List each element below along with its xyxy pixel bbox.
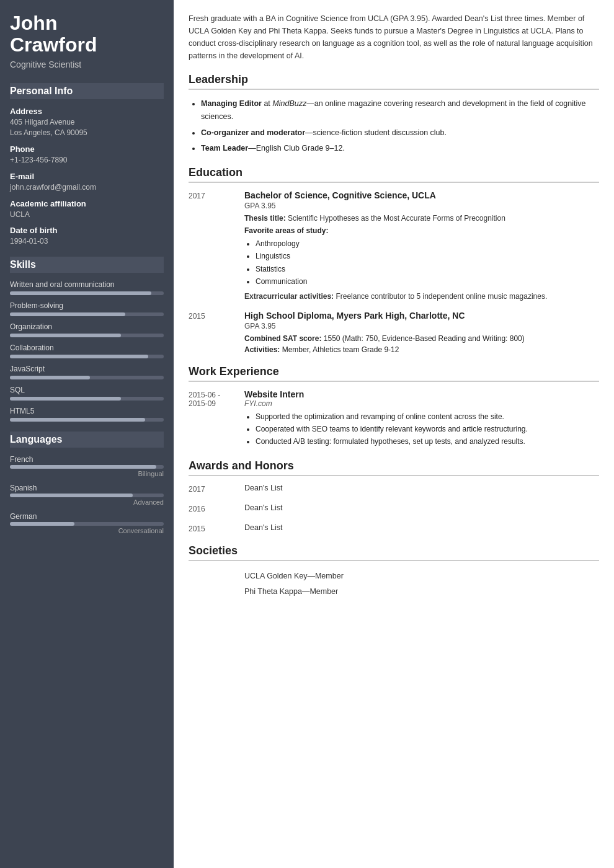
education-section-title: Education — [189, 166, 599, 183]
skill-item: Organization — [10, 322, 164, 337]
dob-label: Date of birth — [10, 226, 164, 235]
work-bullets: Supported the optimization and revamping… — [244, 410, 599, 448]
phone-value: +1-123-456-7890 — [10, 155, 164, 166]
email-value: john.crawford@gmail.com — [10, 182, 164, 193]
education-year: 2015 — [189, 311, 244, 354]
phone-label: Phone — [10, 144, 164, 154]
skill-item: HTML5 — [10, 407, 164, 422]
language-name: German — [10, 512, 164, 521]
education-extra: Extracurricular activities: Freelance co… — [244, 292, 599, 301]
affiliation-value: UCLA — [10, 210, 164, 220]
award-year: 2015 — [189, 523, 244, 533]
skill-bar — [10, 418, 164, 422]
education-item: 2017Bachelor of Science, Cognitive Scien… — [189, 190, 599, 301]
awards-section-title: Awards and Honors — [189, 459, 599, 476]
education-content: Bachelor of Science, Cognitive Science, … — [244, 190, 599, 301]
address-value: 405 Hilgard Avenue Los Angeles, CA 90095 — [10, 117, 164, 138]
education-sat: Combined SAT score: 1550 (Math: 750, Evi… — [244, 334, 599, 343]
award-title: Dean's List — [244, 484, 599, 494]
language-item: GermanConversational — [10, 512, 164, 534]
skill-item: JavaScript — [10, 365, 164, 379]
skill-bar — [10, 397, 164, 401]
work-content: Website InternFYI.comSupported the optim… — [244, 389, 599, 448]
list-item: Cooperated with SEO teams to identify re… — [256, 423, 599, 435]
list-item: Supported the optimization and revamping… — [256, 410, 599, 423]
education-degree: Bachelor of Science, Cognitive Science, … — [244, 190, 599, 200]
languages-heading: Languages — [10, 432, 164, 448]
education-degree: High School Diploma, Myers Park High, Ch… — [244, 311, 599, 321]
skill-bar — [10, 376, 164, 379]
skill-name: HTML5 — [10, 407, 164, 415]
personal-info-heading: Personal Info — [10, 83, 164, 99]
language-bar — [10, 494, 164, 497]
sidebar: John Crawford Cognitive Scientist Person… — [0, 0, 174, 868]
address-label: Address — [10, 107, 164, 116]
list-item: Managing Editor at MindBuzz—an online ma… — [201, 97, 599, 124]
work-section-title: Work Experience — [189, 365, 599, 382]
leadership-list: Managing Editor at MindBuzz—an online ma… — [189, 97, 599, 155]
award-title: Dean's List — [244, 523, 599, 533]
work-title: Website Intern — [244, 389, 599, 399]
list-item: Co-organizer and moderator—science-ficti… — [201, 126, 599, 140]
language-item: FrenchBilingual — [10, 455, 164, 477]
skill-name: JavaScript — [10, 365, 164, 373]
education-fav-label: Favorite areas of study: — [244, 226, 599, 235]
list-item: Linguistics — [256, 250, 599, 262]
skill-bar — [10, 334, 164, 337]
list-item: Statistics — [256, 263, 599, 275]
skill-item: SQL — [10, 386, 164, 401]
language-level: Advanced — [10, 498, 164, 506]
skill-name: Written and oral communication — [10, 280, 164, 289]
education-content: High School Diploma, Myers Park High, Ch… — [244, 311, 599, 354]
main-content: Fresh graduate with a BA in Cognitive Sc… — [174, 0, 614, 868]
skill-item: Written and oral communication — [10, 280, 164, 295]
education-gpa: GPA 3.95 — [244, 322, 599, 330]
award-item: 2016Dean's List — [189, 503, 599, 513]
work-item: 2015-06 - 2015-09Website InternFYI.comSu… — [189, 389, 599, 448]
skill-bar — [10, 355, 164, 358]
education-list: 2017Bachelor of Science, Cognitive Scien… — [189, 190, 599, 354]
education-year: 2017 — [189, 190, 244, 301]
skill-item: Collaboration — [10, 343, 164, 358]
list-item: Anthropology — [256, 237, 599, 250]
work-list: 2015-06 - 2015-09Website InternFYI.comSu… — [189, 389, 599, 448]
skill-name: Problem-solving — [10, 301, 164, 310]
societies-list: UCLA Golden Key—MemberPhi Theta Kappa—Me… — [189, 569, 599, 600]
education-item: 2015High School Diploma, Myers Park High… — [189, 311, 599, 354]
language-item: SpanishAdvanced — [10, 484, 164, 506]
skills-heading: Skills — [10, 257, 164, 273]
skill-bar — [10, 312, 164, 316]
summary-text: Fresh graduate with a BA in Cognitive Sc… — [189, 12, 599, 62]
list-item: Communication — [256, 275, 599, 288]
language-level: Bilingual — [10, 470, 164, 477]
award-item: 2017Dean's List — [189, 484, 599, 494]
societies-section-title: Societies — [189, 544, 599, 561]
language-name: Spanish — [10, 484, 164, 492]
skill-name: Collaboration — [10, 343, 164, 352]
dob-value: 1994-01-03 — [10, 236, 164, 247]
language-level: Conversational — [10, 527, 164, 534]
society-item: UCLA Golden Key—Member — [244, 569, 599, 584]
award-year: 2016 — [189, 503, 244, 513]
work-company: FYI.com — [244, 399, 599, 408]
language-bar — [10, 465, 164, 469]
skill-bar — [10, 291, 164, 295]
education-activities: Activities: Member, Athletics team Grade… — [244, 345, 599, 354]
language-bar — [10, 522, 164, 526]
skill-name: Organization — [10, 322, 164, 331]
award-item: 2015Dean's List — [189, 523, 599, 533]
skills-list: Written and oral communicationProblem-so… — [10, 280, 164, 422]
skill-item: Problem-solving — [10, 301, 164, 316]
award-year: 2017 — [189, 484, 244, 494]
awards-list: 2017Dean's List2016Dean's List2015Dean's… — [189, 484, 599, 533]
work-date: 2015-06 - 2015-09 — [189, 389, 244, 448]
leadership-section-title: Leadership — [189, 73, 599, 90]
award-title: Dean's List — [244, 503, 599, 513]
skill-name: SQL — [10, 386, 164, 394]
education-thesis: Thesis title: Scientific Hypotheses as t… — [244, 214, 599, 223]
affiliation-label: Academic affiliation — [10, 199, 164, 208]
list-item: Team Leader—English Club Grade 9–12. — [201, 142, 599, 155]
language-name: French — [10, 455, 164, 464]
education-gpa: GPA 3.95 — [244, 202, 599, 210]
society-item: Phi Theta Kappa—Member — [244, 584, 599, 600]
